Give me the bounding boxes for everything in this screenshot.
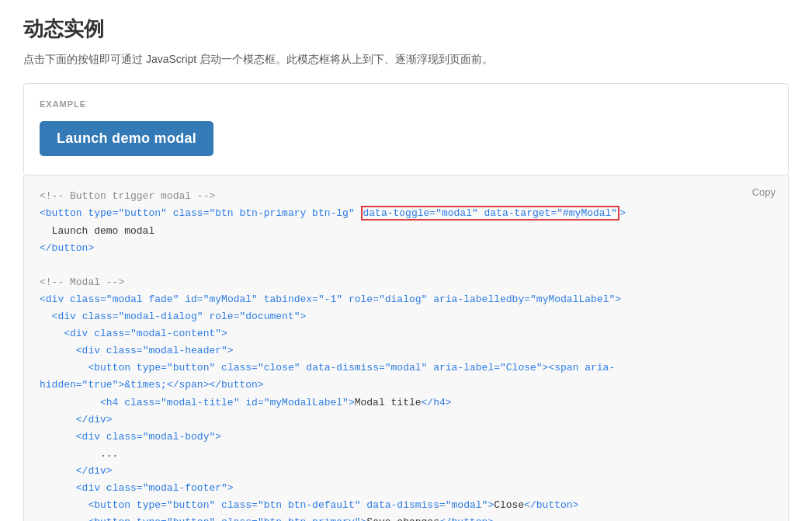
code-line-8: <div class="modal-dialog" role="document… — [40, 308, 772, 325]
code-tag-sp9 — [215, 499, 221, 511]
code-line-18: <div class="modal-footer"> — [40, 480, 772, 497]
code-val-closebtn-class: "close" — [258, 362, 300, 373]
code-line-7: <div class="modal fade" id="myModal" tab… — [40, 291, 772, 308]
code-attr-footerdismiss: data-dismiss= — [366, 499, 445, 511]
code-attr-dialog-class: class= — [82, 311, 119, 322]
example-box: EXAMPLE Launch demo modal — [23, 83, 789, 175]
code-line-2: <button type="button" class="btn btn-pri… — [40, 205, 772, 222]
code-val-dismissclose: "modal" — [385, 362, 428, 373]
code-attr-class: class= — [173, 207, 210, 219]
code-tag-body-end: > — [215, 431, 221, 443]
code-line-19: <button type="button" class="btn btn-def… — [40, 497, 772, 514]
code-line-6: <!-- Modal --> — [40, 274, 772, 291]
code-line-14: </div> — [40, 412, 772, 429]
code-attr-ariahidden2: hidden= — [40, 379, 82, 391]
code-value: "button" — [118, 207, 172, 219]
code-attr: type= — [88, 207, 118, 219]
code-attr-dialog-role: role= — [209, 311, 239, 322]
launch-demo-modal-button[interactable]: Launch demo modal — [40, 121, 213, 156]
code-attr-footer-class: class= — [106, 482, 143, 494]
code-val-content-class: "modal-content" — [130, 328, 221, 339]
code-val-body-class: "modal-body" — [143, 431, 216, 443]
code-val-footerdismiss: "modal" — [446, 499, 488, 511]
code-val-aria: "myModalLabel" — [530, 293, 615, 305]
code-val-h4-id: "myModalLabel" — [264, 397, 349, 408]
code-block: Copy <!-- Button trigger modal --> <butt… — [23, 175, 789, 521]
code-tag-close: > — [619, 207, 626, 219]
code-attr-dismissclose: data-dismiss= — [306, 362, 384, 373]
code-tag-footer: <div — [76, 482, 106, 494]
code-tag-times: >&times;</span></button> — [118, 379, 263, 391]
code-line-17: </div> — [40, 463, 772, 480]
code-line-1: <!-- Button trigger modal --> — [40, 188, 772, 205]
code-line-9: <div class="modal-content"> — [40, 325, 772, 342]
code-line-13: <h4 class="modal-title" id="myModalLabel… — [40, 394, 772, 412]
copy-button[interactable]: Copy — [752, 186, 776, 198]
code-tag-dialog-end: > — [300, 311, 307, 322]
code-text-close: Close — [494, 499, 524, 511]
code-val-footerclosebtn-class: "btn btn-default" — [258, 499, 361, 511]
code-attr-h4-class: class= — [124, 397, 161, 408]
code-val-arialabel: "Close" — [500, 362, 543, 373]
code-tag-savebtn-close: </button> — [439, 516, 494, 521]
code-line-10: <div class="modal-header"> — [40, 342, 772, 359]
code-attr-savebtn-type: type= — [137, 516, 167, 521]
code-line-5 — [40, 257, 772, 274]
code-text-modaltitle: Modal title — [355, 397, 422, 408]
code-val-role: "dialog" — [379, 293, 427, 305]
code-attr-content-class: class= — [94, 328, 130, 339]
code-line-11: <button type="button" class="close" data… — [40, 359, 772, 377]
code-block-wrapper: Copy <!-- Button trigger modal --> <butt… — [23, 175, 789, 521]
code-tag-header: <div — [76, 345, 106, 356]
code-attr-div-class: class= — [70, 293, 106, 305]
code-data-target-attr: data-target= — [484, 207, 557, 219]
code-val-dialog-class: "modal-dialog" — [118, 311, 203, 322]
code-tag-header-end: > — [227, 345, 234, 356]
page-title: 动态实例 — [23, 16, 789, 43]
code-tag-savebtn: <button — [88, 516, 136, 521]
code-attr-savebtn-class: class= — [221, 516, 258, 521]
code-attr-tabindex: tabindex= — [264, 293, 318, 305]
code-attr-header-class: class= — [106, 345, 143, 356]
highlight-box: data-toggle="modal" data-target="#myModa… — [361, 206, 620, 221]
code-tag-sp7 — [427, 362, 433, 373]
code-val-dialog-role: "document" — [239, 311, 300, 322]
code-attr-closebtn-class: class= — [221, 362, 258, 373]
page-container: 动态实例 点击下面的按钮即可通过 JavaScript 启动一个模态框。此模态框… — [0, 0, 812, 521]
code-tag: <button — [40, 207, 88, 219]
code-attr-body-class: class= — [106, 431, 143, 443]
code-tag-h4-close: </h4> — [422, 397, 452, 408]
code-attr-footerclosebtn-class: class= — [221, 499, 258, 511]
code-data-toggle-attr: data-toggle= — [363, 207, 436, 219]
code-tag-divclose-header: </div> — [76, 414, 113, 425]
example-label: EXAMPLE — [40, 99, 772, 109]
code-tag-div: <div — [40, 293, 70, 305]
code-data-toggle-val: "modal" — [435, 207, 478, 219]
code-tag-body: <div — [76, 431, 106, 443]
code-val-footer-class: "modal-footer" — [143, 482, 227, 494]
code-text-save: Save changes — [366, 516, 439, 521]
code-attr-aria: aria-labelledby= — [433, 293, 530, 305]
code-line-12: hidden="true">&times;</span></button> — [40, 377, 772, 394]
code-val-ariahidden2: "true" — [82, 379, 119, 391]
code-val-tabindex: "-1" — [318, 293, 342, 305]
code-val-savebtn-class: "btn btn-primary" — [258, 516, 361, 521]
code-tag-dialog: <div — [52, 311, 82, 322]
code-tag-footerclosebtn-close: </button> — [524, 499, 578, 511]
code-tag-closebtn: <button — [88, 362, 136, 373]
code-attr-ariahidden: aria- — [585, 362, 615, 373]
code-tag-end-div: > — [615, 293, 621, 305]
code-tag-sp3 — [342, 293, 349, 305]
code-tag-content: <div — [64, 328, 94, 339]
code-tag-h4-end: > — [349, 397, 355, 408]
code-tag-content-end: > — [221, 328, 227, 339]
code-val-footerclosebtn-type: "button" — [167, 499, 215, 511]
code-val-h4-class: "modal-title" — [161, 397, 239, 408]
code-attr-role: role= — [349, 293, 379, 305]
page-subtitle: 点击下面的按钮即可通过 JavaScript 启动一个模态框。此模态框将从上到下… — [23, 50, 789, 68]
code-tag-closebtn-end: ><span — [543, 362, 585, 373]
code-line-4: </button> — [40, 240, 772, 257]
code-attr-id: id= — [185, 293, 203, 305]
code-tag-footerclosebtn: <button — [88, 499, 136, 511]
code-val-closebtn-type: "button" — [167, 362, 215, 373]
